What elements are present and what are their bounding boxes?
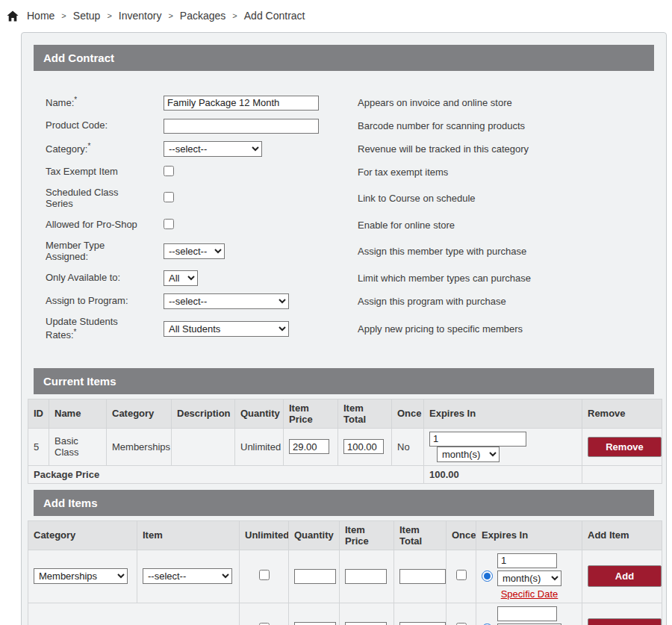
assign-program-help-text: Assign this program with purchase — [358, 296, 654, 307]
form-row-name: Name:* Appears on invoice and online sto… — [46, 95, 654, 111]
col-header-category: Category — [107, 399, 172, 428]
col-header-expires-in: Expires In — [424, 399, 582, 428]
col-header-once: Once — [447, 520, 476, 550]
required-asterisk: * — [87, 142, 90, 150]
expires-in-input[interactable] — [429, 432, 526, 447]
add-contract-header: Add Contract — [34, 45, 654, 71]
facility-label: Facility — [28, 603, 240, 625]
current-item-row: 5 Basic Class Memberships Unlimited No m… — [28, 428, 662, 465]
scheduled-class-label: Scheduled Class Series — [46, 187, 164, 210]
scheduled-class-checkbox[interactable] — [164, 192, 174, 202]
quantity-input[interactable] — [294, 569, 336, 584]
col-header-quantity: Quantity — [235, 399, 284, 428]
item-category: Memberships — [107, 428, 172, 465]
col-header-add-item: Add Item — [582, 520, 662, 550]
col-header-item-total: Item Total — [338, 399, 392, 428]
product-code-help-text: Barcode number for scanning products — [358, 120, 654, 131]
only-available-help-text: Limit which member types can purchase — [358, 273, 654, 284]
expires-in-input[interactable] — [497, 553, 557, 568]
tax-exempt-label: Tax Exempt Item — [46, 167, 164, 178]
item-total-input-disabled — [399, 569, 446, 584]
col-header-description: Description — [172, 399, 235, 428]
col-header-item-price: Item Price — [284, 399, 338, 428]
tax-exempt-help-text: For tax exempt items — [358, 167, 654, 178]
home-icon[interactable] — [7, 10, 19, 22]
current-items-table: ID Name Category Description Quantity It… — [28, 399, 662, 484]
add-items-header: Add Items — [34, 490, 654, 516]
item-total-input[interactable] — [343, 439, 384, 454]
once-checkbox[interactable] — [456, 570, 467, 580]
expires-unit-select[interactable]: month(s) — [497, 570, 561, 586]
pro-shop-checkbox[interactable] — [164, 219, 174, 229]
item-total-input-disabled — [399, 622, 446, 625]
category-help-text: Revenue will be tracked in this category — [358, 143, 654, 155]
breadcrumb-setup[interactable]: Setup — [73, 10, 101, 22]
member-type-select[interactable]: --select-- — [164, 243, 225, 259]
col-header-unlimited: Unlimited — [240, 520, 289, 550]
only-available-label: Only Available to: — [46, 273, 164, 284]
item-id: 5 — [28, 428, 49, 465]
add-button[interactable]: Add — [588, 618, 662, 625]
breadcrumb-separator: > — [107, 11, 111, 20]
breadcrumb-inventory[interactable]: Inventory — [119, 10, 162, 22]
specific-date-link[interactable]: Specific Date — [501, 588, 559, 600]
remove-button[interactable]: Remove — [588, 437, 662, 457]
form-row-scheduled-class: Scheduled Class Series Link to Course on… — [46, 187, 654, 210]
item-price-input[interactable] — [345, 622, 387, 625]
required-asterisk: * — [74, 96, 77, 104]
member-type-help-text: Assign this member type with purchase — [358, 246, 654, 257]
member-type-label: Member Type Assigned: — [46, 240, 164, 263]
col-header-item: Item — [137, 520, 240, 550]
expires-unit-select[interactable]: month(s) — [437, 447, 500, 462]
breadcrumb-separator: > — [232, 11, 237, 20]
expires-in-input[interactable] — [497, 606, 557, 621]
package-price-label: Package Price — [28, 465, 424, 483]
pro-shop-label: Allowed for Pro-Shop — [46, 220, 164, 231]
col-header-item-total: Item Total — [394, 520, 447, 550]
current-items-header: Current Items — [34, 368, 654, 394]
name-label: Name:* — [46, 96, 164, 109]
product-code-label: Product Code: — [46, 120, 164, 131]
breadcrumb: Home > Setup > Inventory > Packages > Ad… — [0, 0, 672, 29]
pro-shop-help-text: Enable for online store — [358, 220, 654, 231]
only-available-select[interactable]: All — [164, 270, 198, 286]
scheduled-class-help-text: Link to Course on schedule — [358, 193, 654, 204]
form-row-pro-shop: Allowed for Pro-Shop Enable for online s… — [46, 217, 654, 233]
update-students-select[interactable]: All Students — [164, 321, 289, 337]
form-row-only-available: Only Available to: All Limit which membe… — [46, 270, 654, 286]
name-input[interactable] — [164, 96, 319, 111]
add-button[interactable]: Add — [588, 565, 662, 587]
col-header-name: Name — [49, 399, 107, 428]
add-item-row-memberships: Memberships --select-- month(s) Specific… — [28, 550, 662, 603]
category-select[interactable]: --select-- — [164, 141, 262, 157]
form-row-update-students: Update Students Rates:* All Students App… — [46, 317, 654, 341]
tax-exempt-checkbox[interactable] — [164, 166, 174, 176]
col-header-once: Once — [392, 399, 424, 428]
category-label: Category:* — [46, 142, 164, 155]
form-row-tax-exempt: Tax Exempt Item For tax exempt items — [46, 164, 654, 180]
item-price-input[interactable] — [345, 569, 387, 584]
col-header-remove: Remove — [582, 399, 662, 428]
unlimited-checkbox[interactable] — [259, 570, 270, 580]
add-category-select[interactable]: Memberships — [34, 568, 128, 584]
product-code-input[interactable] — [164, 119, 319, 134]
form-row-member-type: Member Type Assigned: --select-- Assign … — [46, 240, 654, 263]
quantity-input[interactable] — [294, 622, 336, 625]
assign-program-select[interactable]: --select-- — [164, 293, 289, 309]
package-price-total: 100.00 — [424, 465, 582, 483]
required-asterisk: * — [74, 328, 77, 336]
expires-duration-radio[interactable] — [482, 570, 493, 582]
breadcrumb-packages[interactable]: Packages — [180, 10, 225, 22]
col-header-id: ID — [28, 399, 49, 428]
col-header-item-price: Item Price — [340, 520, 394, 550]
breadcrumb-home[interactable]: Home — [27, 10, 55, 22]
add-contract-panel: Add Contract Name:* Appears on invoice a… — [21, 32, 667, 625]
item-price-input[interactable] — [289, 439, 329, 454]
add-item-row-facility: Facility --select-- Specific Date — [28, 603, 662, 625]
package-price-row: Package Price 100.00 — [28, 465, 662, 483]
breadcrumb-separator: > — [168, 11, 172, 20]
item-name: Basic Class — [49, 428, 107, 465]
add-item-select[interactable]: --select-- — [143, 568, 232, 584]
breadcrumb-add-contract: Add Contract — [244, 10, 305, 22]
add-contract-form: Name:* Appears on invoice and online sto… — [28, 71, 660, 362]
